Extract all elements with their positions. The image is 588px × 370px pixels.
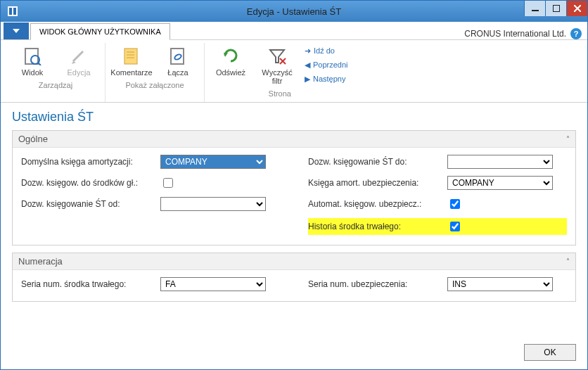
historia-checkbox[interactable] (450, 222, 460, 231)
svg-point-18 (174, 53, 182, 60)
ribbon-group-strona-label: Strona (269, 89, 291, 98)
seria-st-label: Seria num. środka trwałego: (21, 279, 155, 289)
tab-main-label: WIDOK GŁÓWNY UŻYTKOWNIKA (39, 27, 161, 36)
svg-marker-7 (13, 29, 20, 33)
clear-filter-icon (266, 44, 288, 67)
fasttab-ogolne: Ogólne ˄ Domyślna księga amortyzacji: CO… (12, 130, 576, 245)
fasttab-numeracja-title: Numeracja (18, 256, 63, 267)
maximize-button[interactable] (545, 1, 566, 16)
view-icon (21, 44, 44, 67)
window-title: Edycja - Ustawienia ŚT (1, 6, 587, 17)
page-title: Ustawienia ŚT (12, 110, 576, 125)
ribbon-edycja: Edycja (57, 43, 101, 78)
ribbon-wyczysc[interactable]: Wyczyść filtr (255, 43, 299, 87)
ok-button-label: OK (544, 347, 556, 357)
fasttab-ogolne-body: Domyślna księga amortyzacji: COMPANY Doz… (13, 148, 575, 245)
svg-rect-1 (9, 8, 12, 15)
ribbon-odswiez-label: Odśwież (216, 68, 245, 77)
window-buttons (524, 1, 587, 22)
ribbon-komentarze-label: Komentarze (110, 68, 152, 77)
fasttab-numeracja-header[interactable]: Numeracja ˄ (13, 253, 575, 270)
chevron-up-icon: ˄ (566, 135, 570, 143)
titlebar: Edycja - Ustawienia ŚT (1, 1, 587, 22)
dozw-srodkow-gl-checkbox[interactable] (163, 178, 173, 188)
chevron-down-icon (13, 29, 20, 33)
refresh-icon (219, 44, 242, 67)
svg-line-10 (38, 63, 41, 65)
ribbon-komentarze[interactable]: Komentarze (110, 43, 153, 78)
ksiega-ubezp-select[interactable]: COMPANY (447, 176, 553, 190)
company-name: CRONUS International Ltd. (464, 29, 566, 39)
fasttab-numeracja: Numeracja ˄ Seria num. środka trwałego: … (12, 253, 576, 302)
ribbon-poprzedni[interactable]: ◀Poprzedni (302, 58, 351, 71)
ribbon-nastepny[interactable]: ▶Następny (302, 72, 351, 85)
ok-button[interactable]: OK (524, 344, 576, 361)
footer: OK (1, 338, 587, 369)
ribbon-poprzedni-label: Poprzedni (313, 60, 348, 69)
field-ksiega-ubezp: Księga amort. ubezpieczenia: COMPANY (308, 176, 567, 190)
ribbon-group-pokaz: Komentarze Łącza Pokaż załączone (105, 43, 204, 102)
svg-line-11 (73, 51, 83, 61)
edit-icon (68, 44, 90, 67)
company-area: CRONUS International Ltd. ? (464, 28, 582, 39)
minimize-button[interactable] (524, 1, 545, 16)
tab-row: WIDOK GŁÓWNY UŻYTKOWNIKA CRONUS Internat… (1, 22, 587, 40)
ribbon-edycja-label: Edycja (67, 68, 90, 77)
field-dozw-od: Dozw. księgowanie ŚT od: (21, 197, 280, 211)
close-button[interactable] (566, 1, 587, 16)
seria-st-select[interactable]: FA (160, 277, 266, 291)
seria-ubezp-select[interactable]: INS (447, 277, 553, 291)
ribbon-group-strona: Odśwież Wyczyść filtr ➜Idź do ◀Poprzedni… (204, 43, 355, 102)
tab-main-view[interactable]: WIDOK GŁÓWNY UŻYTKOWNIKA (30, 23, 170, 40)
fasttab-ogolne-header[interactable]: Ogólne ˄ (13, 131, 575, 148)
automat-ubezp-label: Automat. księgow. ubezpiecz.: (308, 199, 442, 209)
seria-ubezp-label: Seria num. ubezpieczenia: (308, 279, 442, 289)
historia-label: Historia środka trwałego: (308, 222, 442, 231)
automat-ubezp-checkbox[interactable] (450, 199, 460, 209)
app-icon (5, 4, 20, 19)
ribbon-idz-do[interactable]: ➜Idź do (302, 44, 351, 57)
svg-marker-12 (72, 61, 76, 64)
ribbon-group-zarzadzaj: Widok Edycja Zarządzaj (6, 43, 105, 102)
ribbon-nastepny-label: Następny (313, 75, 345, 83)
ribbon-odswiez[interactable]: Odśwież (209, 43, 253, 87)
chevron-up-icon: ˄ (566, 257, 570, 265)
ribbon-wyczysc-label: Wyczyść filtr (257, 68, 298, 85)
window: Edycja - Ustawienia ŚT WIDOK GŁÓWNY UŻYT… (0, 0, 588, 370)
dozw-do-label: Dozw. księgowanie ŚT do: (308, 157, 442, 167)
dozw-do-select[interactable] (447, 155, 553, 169)
field-dozw-srodkow-gl: Dozw. księgow. do środków gł.: (21, 176, 280, 190)
svg-rect-13 (124, 49, 137, 64)
comments-icon (120, 44, 143, 67)
ribbon-idz-label: Idź do (314, 46, 335, 55)
field-domyslna-ksiega: Domyślna księga amortyzacji: COMPANY (21, 155, 280, 169)
ribbon-widok[interactable]: Widok (11, 43, 54, 78)
field-dozw-do: Dozw. księgowanie ŚT do: (308, 155, 567, 169)
fasttab-numeracja-body: Seria num. środka trwałego: FA Seria num… (13, 270, 575, 301)
file-tab[interactable] (4, 23, 29, 39)
prev-icon: ◀ (305, 60, 310, 70)
field-automat-ubezp: Automat. księgow. ubezpiecz.: (308, 197, 567, 211)
help-icon[interactable]: ? (570, 28, 582, 39)
domyslna-ksiega-select[interactable]: COMPANY (160, 155, 266, 169)
content: Ustawienia ŚT Ogólne ˄ Domyślna księga a… (1, 103, 587, 338)
ribbon: Widok Edycja Zarządzaj Komentarze Łącza (1, 40, 587, 103)
domyslna-ksiega-label: Domyślna księga amortyzacji: (21, 157, 155, 167)
fasttab-ogolne-title: Ogólne (18, 134, 48, 144)
svg-rect-4 (553, 5, 560, 12)
dozw-od-label: Dozw. księgowanie ŚT od: (21, 199, 155, 209)
next-icon: ▶ (305, 75, 310, 84)
field-seria-st: Seria num. środka trwałego: FA (21, 277, 280, 291)
field-historia: Historia środka trwałego: (308, 218, 567, 235)
svg-rect-3 (532, 10, 539, 11)
dozw-srodkow-gl-label: Dozw. księgow. do środków gł.: (21, 178, 155, 188)
svg-rect-2 (13, 8, 16, 15)
ribbon-widok-label: Widok (22, 68, 44, 77)
links-icon (167, 44, 189, 67)
ribbon-lacza-label: Łącza (167, 68, 188, 77)
ribbon-lacza[interactable]: Łącza (156, 43, 200, 78)
ksiega-ubezp-label: Księga amort. ubezpieczenia: (308, 178, 442, 188)
ribbon-group-pokaz-label: Pokaż załączone (125, 81, 184, 89)
goto-icon: ➜ (305, 46, 311, 56)
dozw-od-select[interactable] (160, 197, 266, 211)
